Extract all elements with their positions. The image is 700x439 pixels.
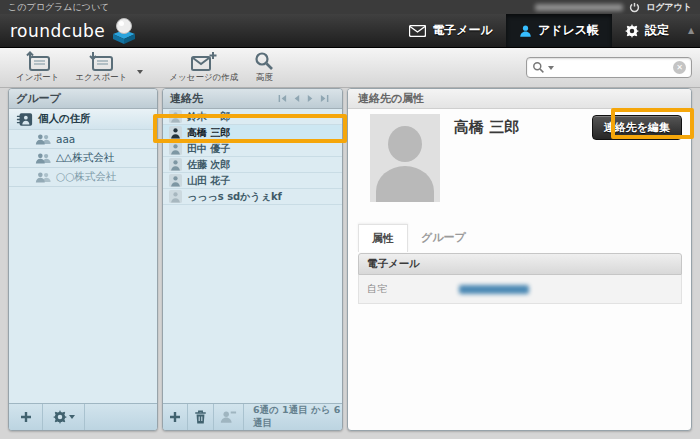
import-icon (25, 51, 51, 71)
compose-envelope-icon (191, 51, 217, 71)
compose-label: メッセージの作成 (169, 72, 238, 84)
edit-contact-button[interactable]: 連絡先を編集 (592, 115, 682, 140)
avatar-head-shape (388, 126, 422, 162)
group-item-company-b[interactable]: ○○株式会社 (9, 168, 157, 187)
detail-body: 高橋 三郎 連絡先を編集 属性 グループ 電子メール 自宅 (348, 109, 691, 430)
plus-icon (169, 411, 181, 423)
avatar-shoulders-shape (376, 166, 434, 202)
export-button[interactable]: エクスポート (67, 49, 135, 86)
contact-photo-icon (169, 158, 182, 171)
delete-contact-button[interactable] (188, 404, 213, 430)
list-status: 6通の 1通目 から 6通目 (244, 404, 342, 430)
contact-detail-panel: 連絡先の属性 高橋 三郎 連絡先を編集 属性 グループ 電子メール 自宅 (347, 88, 692, 431)
addressbook-icon (519, 24, 532, 38)
roundcube-logo: roundcube (0, 17, 139, 45)
detail-contact-name: 高橋 三郎 (454, 118, 519, 137)
contact-row[interactable]: 佐藤 次郎 (163, 157, 342, 173)
gear-icon (53, 410, 67, 424)
contact-row-selected[interactable]: 高橋 三郎 (163, 125, 342, 141)
add-contact-button[interactable] (163, 404, 188, 430)
collapse-arrow-icon[interactable]: ▲ (682, 14, 700, 47)
email-row: 自宅 (358, 275, 682, 304)
nav-mail-label: 電子メール (432, 22, 493, 39)
app-header: roundcube 電子メール アドレス帳 設定 ▲ (0, 14, 700, 48)
contact-photo-icon (169, 190, 182, 203)
group-item-aaa[interactable]: aaa (9, 130, 157, 149)
nav-addressbook[interactable]: アドレス帳 (506, 14, 612, 47)
advanced-search-label: 高度 (256, 72, 273, 84)
group-item-label: aaa (56, 133, 75, 145)
contact-row[interactable]: 田中 優子 (163, 141, 342, 157)
groups-options-button[interactable] (43, 404, 85, 430)
groups-panel-title: グループ (9, 89, 157, 109)
group-icon (35, 152, 51, 165)
groups-panel: グループ 個人の住所 aaa △△株式会社 ○○株式会社 (8, 88, 158, 431)
export-label: エクスポート (75, 72, 127, 84)
group-icon (35, 171, 51, 184)
nav-settings-label: 設定 (645, 22, 669, 39)
contact-name: 田中 優子 (187, 142, 230, 156)
contact-row[interactable]: 山田 花子 (163, 173, 342, 189)
group-icon (35, 133, 51, 146)
email-fieldset: 電子メール 自宅 (358, 253, 682, 304)
contact-photo-icon (169, 110, 182, 123)
nav-mail[interactable]: 電子メール (396, 14, 506, 47)
search-scope-caret-icon[interactable] (548, 66, 554, 70)
groups-footer (9, 403, 157, 430)
contacts-panel-title: 連絡先 (170, 91, 203, 106)
first-page-icon[interactable] (278, 94, 287, 103)
next-page-icon[interactable] (306, 94, 315, 103)
about-link[interactable]: このプログラムについて (8, 1, 109, 14)
add-group-button[interactable] (9, 404, 43, 430)
contact-name: 高橋 三郎 (187, 126, 230, 140)
search-box: ✕ (526, 57, 692, 78)
prev-page-icon[interactable] (292, 94, 301, 103)
contact-name: 鈴木 一郎 (187, 110, 230, 124)
redacted-username (535, 4, 623, 11)
group-item-company-a[interactable]: △△株式会社 (9, 149, 157, 168)
contacts-footer: 6通の 1通目 から 6通目 (163, 403, 342, 430)
search-input[interactable] (557, 62, 670, 74)
contact-row[interactable]: っっっs sdかうぇkf (163, 189, 342, 205)
compose-message-button[interactable]: メッセージの作成 (161, 49, 246, 86)
avatar-placeholder (370, 114, 440, 202)
contacts-list: 鈴木 一郎 高橋 三郎 田中 優子 佐藤 次郎 山田 花子 っっっs sdかうぇ… (163, 109, 342, 205)
logo-text: roundcube (10, 21, 105, 41)
addressbook-book-icon (16, 112, 33, 127)
contact-row[interactable]: 鈴木 一郎 (163, 109, 342, 125)
addressbook-item-personal[interactable]: 個人の住所 (9, 109, 157, 130)
mail-icon (409, 25, 426, 37)
detail-tabs: 属性 グループ (358, 224, 479, 252)
search-icon (254, 51, 274, 71)
export-dropdown-caret-icon[interactable] (137, 70, 143, 74)
advanced-search-button[interactable]: 高度 (246, 49, 282, 86)
last-page-icon[interactable] (320, 94, 329, 103)
nav-settings[interactable]: 設定 (612, 14, 682, 47)
redacted-email-link[interactable] (459, 285, 529, 294)
trash-icon (194, 410, 207, 424)
email-section-title: 電子メール (358, 253, 682, 275)
tab-groups[interactable]: グループ (408, 224, 479, 252)
contact-photo-icon (169, 174, 182, 187)
settings-gear-icon (625, 24, 639, 38)
group-item-label: ○○株式会社 (56, 170, 116, 184)
search-scope-icon[interactable] (532, 61, 545, 74)
logout-button[interactable]: ログアウト (646, 1, 692, 14)
search-clear-icon[interactable]: ✕ (673, 61, 686, 74)
import-label: インポート (16, 72, 59, 84)
person-minus-icon (219, 410, 237, 424)
power-icon (629, 2, 640, 13)
options-caret-icon (69, 415, 75, 419)
contacts-panel-header: 連絡先 (163, 89, 342, 109)
remove-from-group-button[interactable] (214, 404, 244, 430)
toolbar: インポート エクスポート メッセージの作成 高度 ✕ (0, 48, 700, 88)
tab-properties[interactable]: 属性 (358, 224, 408, 252)
addressbook-item-label: 個人の住所 (38, 112, 91, 126)
contact-name: 佐藤 次郎 (187, 158, 230, 172)
plus-icon (20, 411, 32, 423)
nav-addressbook-label: アドレス帳 (538, 22, 599, 39)
contact-photo-icon (169, 126, 182, 139)
import-button[interactable]: インポート (8, 49, 67, 86)
top-strip: このプログラムについて ログアウト (0, 0, 700, 14)
group-item-label: △△株式会社 (56, 151, 114, 165)
